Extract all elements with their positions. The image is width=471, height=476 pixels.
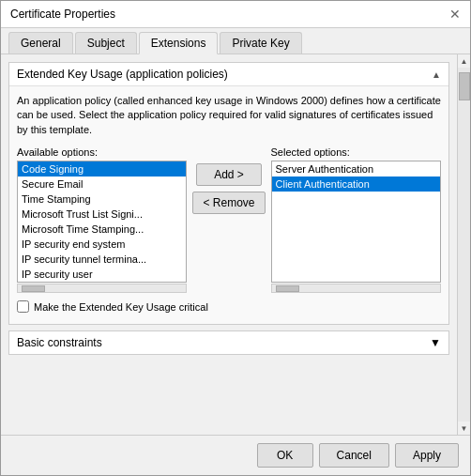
list-item[interactable]: Encrypting File System — [18, 282, 186, 283]
scroll-thumb — [459, 72, 470, 100]
list-item[interactable]: Time Stamping — [18, 192, 186, 207]
list-section: Available options: Code Signing Secure E… — [17, 146, 441, 293]
available-listbox[interactable]: Code Signing Secure Email Time Stamping … — [17, 161, 187, 283]
list-item[interactable]: Secure Email — [18, 177, 186, 192]
list-item[interactable]: Code Signing — [18, 161, 186, 177]
scroll-track — [458, 68, 471, 422]
chevron-up-icon: ▲ — [432, 69, 441, 80]
scroll-up-arrow[interactable]: ▲ — [458, 54, 471, 68]
basic-constraints-title: Basic constraints — [17, 336, 102, 349]
window-title: Certificate Properties — [10, 8, 115, 21]
description-text: An application policy (called enhanced k… — [17, 94, 441, 137]
cancel-button[interactable]: Cancel — [319, 443, 389, 468]
basic-constraints-section: Basic constraints ▼ — [8, 330, 449, 355]
basic-constraints-header[interactable]: Basic constraints ▼ — [9, 331, 448, 354]
tab-private-key[interactable]: Private Key — [220, 32, 301, 54]
tab-extensions[interactable]: Extensions — [139, 32, 219, 54]
tab-subject[interactable]: Subject — [75, 32, 137, 54]
list-item[interactable]: Microsoft Trust List Signi... — [18, 207, 186, 222]
available-hscrollbar[interactable] — [17, 284, 187, 293]
extended-key-usage-section: Extended Key Usage (application policies… — [8, 62, 449, 325]
list-item[interactable]: Server Authentication — [272, 161, 440, 177]
certificate-properties-window: Certificate Properties ✕ General Subject… — [0, 0, 471, 476]
ok-button[interactable]: OK — [257, 443, 313, 468]
selected-label: Selected options: — [271, 146, 441, 158]
close-icon[interactable]: ✕ — [449, 7, 461, 22]
remove-button[interactable]: < Remove — [192, 192, 265, 214]
scrollable-content: Extended Key Usage (application policies… — [1, 54, 457, 435]
apply-button[interactable]: Apply — [395, 443, 459, 468]
right-scrollbar[interactable]: ▲ ▼ — [457, 54, 470, 435]
main-area: Extended Key Usage (application policies… — [1, 54, 470, 435]
critical-checkbox[interactable] — [17, 300, 29, 313]
selected-hscroll-thumb — [276, 285, 299, 292]
tab-general[interactable]: General — [8, 32, 73, 54]
critical-checkbox-row: Make the Extended Key Usage critical — [17, 300, 441, 313]
list-item[interactable]: IP security end system — [18, 237, 186, 252]
critical-checkbox-label: Make the Extended Key Usage critical — [34, 301, 208, 313]
list-item[interactable]: IP security user — [18, 267, 186, 282]
extended-key-usage-body: An application policy (called enhanced k… — [9, 86, 448, 324]
available-column: Available options: Code Signing Secure E… — [17, 146, 187, 293]
selected-hscrollbar[interactable] — [271, 284, 441, 293]
tab-bar: General Subject Extensions Private Key — [1, 28, 470, 54]
title-bar: Certificate Properties ✕ — [1, 1, 470, 28]
list-item[interactable]: Client Authentication — [272, 177, 440, 192]
bottom-bar: OK Cancel Apply — [1, 435, 470, 475]
list-item[interactable]: IP security tunnel termina... — [18, 252, 186, 267]
scroll-down-arrow[interactable]: ▼ — [458, 422, 471, 435]
extended-key-usage-header[interactable]: Extended Key Usage (application policies… — [9, 63, 448, 86]
spacer — [8, 355, 449, 374]
chevron-down-icon: ▼ — [430, 336, 441, 349]
available-hscroll-thumb — [22, 285, 45, 292]
add-button[interactable]: Add > — [196, 163, 262, 186]
selected-listbox[interactable]: Server Authentication Client Authenticat… — [271, 161, 441, 283]
available-label: Available options: — [17, 146, 187, 158]
extended-key-usage-title: Extended Key Usage (application policies… — [17, 68, 228, 81]
add-remove-buttons: Add > < Remove — [192, 146, 265, 214]
list-item[interactable]: Microsoft Time Stamping... — [18, 222, 186, 237]
selected-column: Selected options: Server Authentication … — [271, 146, 441, 293]
